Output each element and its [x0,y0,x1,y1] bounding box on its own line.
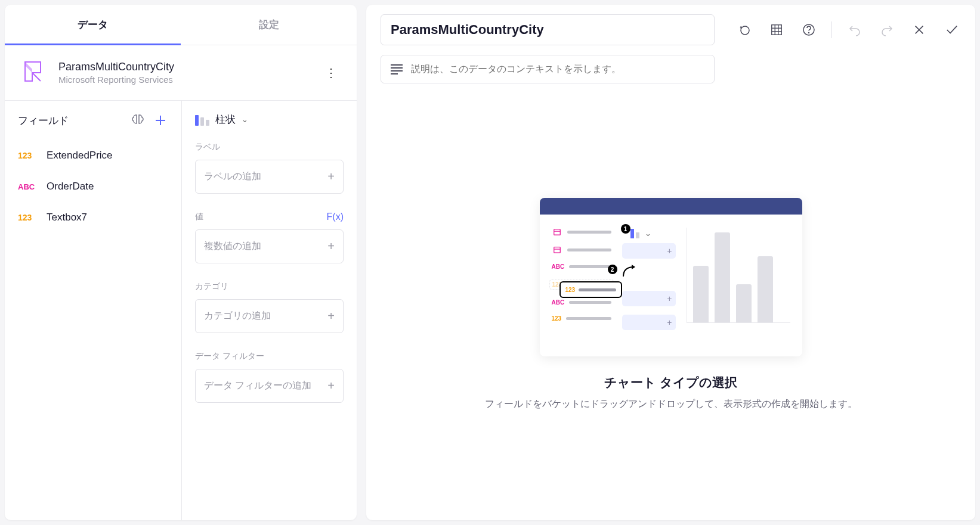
illustration: ABC 123 ABC 123 1 ⌄ + 2 123 + + + [540,198,802,356]
field-name: Textbox7 [47,212,87,223]
chart-type-selector[interactable]: 柱状 ⌄ [195,113,344,126]
value-section-label: 値 [195,212,203,222]
sidebar-tabs: データ 設定 [5,5,357,45]
plus-icon: + [327,240,335,253]
label-dropzone[interactable]: ラベルの追加 + [195,160,344,194]
field-type-badge: 123 [18,151,38,160]
description-icon [391,64,403,74]
field-type-badge: 123 [18,213,38,222]
plus-icon: + [327,309,335,323]
category-dropzone[interactable]: カテゴリの追加 + [195,299,344,333]
canvas: ABC 123 ABC 123 1 ⌄ + 2 123 + + + [366,88,975,520]
description-row [366,55,975,88]
reporting-services-icon [19,57,48,88]
illus-titlebar [540,198,802,215]
sidebar: データ 設定 ParamsMultiCountryCity Microsoft … [5,5,357,520]
main-panel: ABC 123 ABC 123 1 ⌄ + 2 123 + + + [366,5,975,520]
column-chart-icon [195,114,209,126]
label-placeholder: ラベルの追加 [204,170,261,183]
svg-rect-3 [772,25,782,35]
description-input[interactable] [381,55,715,83]
datasource-menu-icon[interactable]: ⋮ [320,63,342,82]
value-dropzone[interactable]: 複数値の追加 + [195,229,344,263]
datasource-subtitle: Microsoft Reporting Services [58,74,310,85]
datasource-row: ParamsMultiCountryCity Microsoft Reporti… [5,45,357,101]
field-name: ExtendedPrice [47,150,113,161]
toolbar-separator [831,21,832,38]
toolbar [735,20,961,39]
fx-button[interactable]: F(x) [327,212,344,222]
title-input[interactable] [381,14,715,45]
tab-settings[interactable]: 設定 [181,5,357,45]
fields-column: フィールド 123ExtendedPriceABCOrderDate123Tex… [5,101,182,520]
config-column: 柱状 ⌄ ラベル ラベルの追加 + 値 F(x) 複数値の追加 + カテゴリ カ… [182,101,357,520]
undo-icon[interactable] [845,20,864,39]
badge-2: 2 [608,265,617,274]
chevron-down-icon: ⌄ [242,115,248,124]
svg-rect-14 [554,247,560,253]
category-placeholder: カテゴリの追加 [204,310,271,322]
drag-indicator: 123 [559,281,622,298]
filter-section-header: データ フィルター [195,351,344,362]
chart-type-label: 柱状 [215,113,236,126]
svg-point-9 [809,33,809,33]
plus-icon: + [327,170,335,184]
effects-icon[interactable] [735,20,754,39]
plus-icon: + [327,379,335,393]
filter-placeholder: データ フィルターの追加 [204,380,311,392]
value-placeholder: 複数値の追加 [204,240,261,253]
illus-preview-chart [687,228,790,323]
close-icon[interactable] [910,20,929,39]
fields-header-title: フィールド [18,114,123,128]
description-field[interactable] [411,64,704,74]
fields-header: フィールド [5,101,181,140]
datasource-info: ParamsMultiCountryCity Microsoft Reporti… [58,61,310,85]
canvas-title: チャート タイプの選択 [604,374,737,391]
help-icon[interactable] [799,20,818,39]
category-section-header: カテゴリ [195,281,344,292]
redo-icon[interactable] [877,20,896,39]
grid-icon[interactable] [767,20,786,39]
field-item[interactable]: 123Textbox7 [5,202,181,233]
field-type-badge: ABC [18,182,38,191]
panel-body: フィールド 123ExtendedPriceABCOrderDate123Tex… [5,101,357,520]
field-item[interactable]: 123ExtendedPrice [5,140,181,171]
brain-icon[interactable] [130,113,146,128]
illus-body: ABC 123 ABC 123 1 ⌄ + 2 123 + + + [540,215,802,356]
badge-1: 1 [621,224,630,234]
illus-buckets: 1 ⌄ + 2 123 + + + [622,228,676,338]
label-section-header: ラベル [195,142,344,153]
add-field-icon[interactable] [153,113,168,128]
tab-data[interactable]: データ [5,5,181,45]
main-header [366,5,975,55]
field-name: OrderDate [47,181,94,192]
confirm-icon[interactable] [942,20,961,39]
svg-rect-12 [554,229,560,235]
field-item[interactable]: ABCOrderDate [5,171,181,202]
filter-dropzone[interactable]: データ フィルターの追加 + [195,369,344,403]
canvas-subtitle: フィールドをバケットにドラッグアンドドロップして、表示形式の作成を開始します。 [485,398,857,411]
value-section-header: 値 F(x) [195,212,344,222]
datasource-title: ParamsMultiCountryCity [58,61,310,73]
svg-point-2 [741,26,749,35]
fields-list: 123ExtendedPriceABCOrderDate123Textbox7 [5,140,181,233]
